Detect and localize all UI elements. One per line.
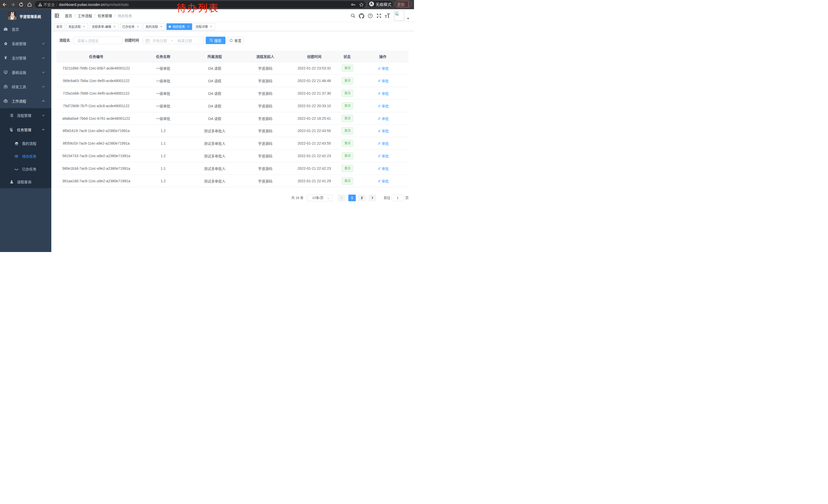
svg-text:?: ?	[369, 14, 371, 17]
